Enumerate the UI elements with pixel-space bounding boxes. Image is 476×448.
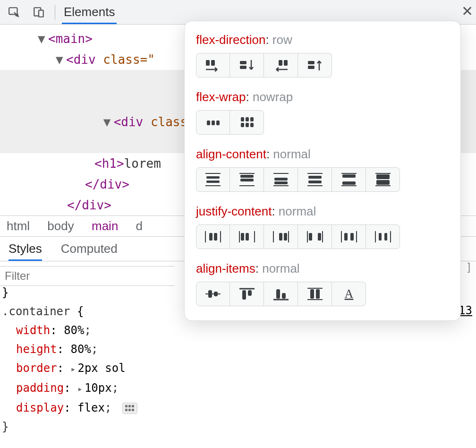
- align-content-center-btn[interactable]: [196, 167, 230, 192]
- svg-rect-59: [279, 233, 282, 241]
- svg-rect-35: [274, 178, 288, 181]
- svg-rect-72: [384, 233, 387, 241]
- prop-height[interactable]: height: 80%;: [2, 340, 474, 359]
- svg-rect-85: [316, 289, 320, 299]
- rule-close-brace: }: [2, 417, 474, 436]
- svg-rect-12: [240, 66, 246, 69]
- align-content-flex-start-btn[interactable]: [230, 167, 264, 192]
- svg-rect-6: [125, 409, 128, 411]
- align-items-flex-start-btn[interactable]: [230, 282, 264, 306]
- svg-rect-78: [242, 290, 246, 300]
- align-items-row: align-items: normal A: [196, 261, 449, 306]
- align-items-stretch-btn[interactable]: [298, 282, 332, 306]
- align-content-space-between-btn[interactable]: [332, 167, 366, 192]
- svg-rect-25: [250, 123, 254, 127]
- svg-rect-39: [308, 176, 322, 179]
- svg-rect-32: [240, 179, 254, 181]
- svg-rect-44: [342, 181, 356, 185]
- justify-content-space-between-btn[interactable]: [298, 224, 332, 249]
- inspect-icon[interactable]: [5, 3, 24, 22]
- prop-width[interactable]: width: 80%;: [2, 321, 474, 340]
- flex-editor-chip-icon[interactable]: [122, 403, 137, 414]
- styles-filter-input[interactable]: [0, 266, 175, 286]
- flex-editor-popover: flex-direction: row flex-wrap: nowrap al…: [184, 21, 461, 321]
- justify-content-value: normal: [279, 204, 316, 218]
- svg-rect-76: [214, 292, 218, 296]
- svg-rect-18: [212, 121, 215, 125]
- svg-rect-81: [282, 293, 286, 299]
- svg-rect-19: [216, 121, 220, 125]
- svg-rect-14: [284, 60, 288, 66]
- svg-rect-0: [9, 8, 17, 14]
- svg-rect-21: [246, 117, 249, 121]
- justify-content-flex-end-btn[interactable]: [264, 224, 298, 249]
- svg-rect-51: [209, 233, 212, 241]
- svg-rect-22: [250, 117, 254, 121]
- svg-rect-23: [241, 123, 244, 127]
- align-content-flex-end-btn[interactable]: [264, 167, 298, 192]
- svg-rect-71: [379, 233, 382, 241]
- align-content-space-around-btn[interactable]: [298, 167, 332, 192]
- crumb-main[interactable]: main: [92, 219, 118, 233]
- prop-display[interactable]: display: flex;: [2, 398, 474, 417]
- align-items-baseline-btn[interactable]: A: [332, 282, 366, 306]
- align-content-stretch-btn[interactable]: [366, 167, 400, 192]
- prop-padding[interactable]: padding: ▸10px;: [2, 379, 474, 398]
- justify-content-space-evenly-btn[interactable]: [366, 224, 400, 249]
- flex-wrap-row: flex-wrap: nowrap: [196, 90, 449, 135]
- svg-rect-26: [206, 176, 220, 179]
- flex-wrap-label: flex-wrap: [196, 90, 246, 104]
- svg-rect-56: [246, 233, 249, 241]
- svg-rect-75: [208, 290, 212, 298]
- svg-rect-40: [308, 181, 322, 183]
- flex-direction-column-reverse-btn[interactable]: [298, 53, 332, 78]
- svg-rect-55: [241, 233, 244, 241]
- expand-shorthand-icon[interactable]: ▸: [77, 384, 83, 394]
- svg-rect-7: [128, 409, 131, 411]
- svg-rect-5: [132, 405, 134, 407]
- align-items-value: normal: [262, 261, 299, 276]
- crumb-body[interactable]: body: [47, 219, 74, 233]
- svg-rect-17: [207, 121, 210, 125]
- close-icon[interactable]: ✕: [461, 3, 473, 19]
- justify-content-label: justify-content: [196, 204, 272, 218]
- flex-wrap-wrap-btn[interactable]: [230, 110, 264, 135]
- tab-elements[interactable]: Elements: [62, 0, 117, 24]
- svg-rect-10: [211, 60, 215, 66]
- svg-rect-11: [240, 61, 246, 64]
- flex-wrap-nowrap-btn[interactable]: [196, 110, 230, 135]
- flex-direction-row-btn[interactable]: [196, 53, 230, 78]
- svg-rect-68: [350, 233, 354, 241]
- svg-rect-36: [274, 181, 288, 184]
- svg-rect-52: [214, 233, 217, 241]
- align-items-flex-end-btn[interactable]: [264, 282, 298, 306]
- svg-rect-47: [376, 174, 390, 179]
- justify-content-flex-start-btn[interactable]: [230, 224, 264, 249]
- flex-direction-label: flex-direction: [196, 33, 265, 47]
- svg-rect-43: [342, 174, 356, 178]
- prop-border[interactable]: border: ▸2px sol: [2, 359, 474, 379]
- expand-shorthand-icon[interactable]: ▸: [71, 364, 76, 374]
- tab-computed[interactable]: Computed: [61, 237, 118, 261]
- tab-styles[interactable]: Styles: [8, 237, 42, 261]
- crumb-div[interactable]: d: [136, 219, 143, 233]
- justify-content-center-btn[interactable]: [196, 224, 230, 249]
- flex-direction-row: flex-direction: row: [196, 33, 449, 78]
- svg-rect-24: [246, 123, 249, 127]
- align-content-value: normal: [273, 147, 310, 161]
- svg-rect-84: [310, 289, 314, 299]
- crumb-html[interactable]: html: [7, 219, 30, 233]
- svg-rect-4: [128, 405, 131, 407]
- svg-rect-31: [240, 175, 254, 178]
- flex-direction-row-reverse-btn[interactable]: [264, 53, 298, 78]
- justify-content-space-around-btn[interactable]: [332, 224, 366, 249]
- flex-direction-column-btn[interactable]: [230, 53, 264, 78]
- device-toggle-icon[interactable]: [29, 3, 48, 22]
- align-items-center-btn[interactable]: [196, 282, 230, 306]
- align-content-row: align-content: normal: [196, 147, 449, 192]
- svg-rect-27: [206, 181, 220, 183]
- flex-direction-value: row: [272, 33, 292, 47]
- toolbar-separator: [55, 5, 55, 20]
- svg-rect-79: [248, 290, 252, 296]
- svg-rect-60: [284, 233, 287, 241]
